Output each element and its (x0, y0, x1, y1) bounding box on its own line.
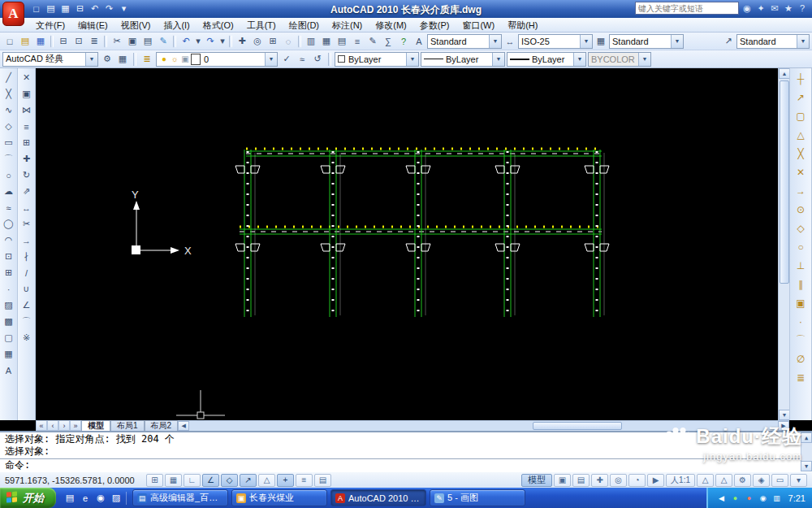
snap-none-icon[interactable]: ∅ (792, 350, 810, 367)
model-space-button[interactable]: 模型 (521, 474, 552, 487)
chevron-down-icon[interactable]: ▼ (797, 35, 809, 48)
color-combo[interactable]: ByLayer ▼ (335, 52, 419, 67)
zoom-previous-icon[interactable]: ◌ (281, 34, 296, 49)
otrack-toggle[interactable]: ↗ (240, 474, 257, 487)
snap-node-icon[interactable]: · (792, 313, 810, 330)
layer-freeze-icon[interactable]: ☼ (170, 54, 179, 65)
extend-icon[interactable]: → (19, 232, 34, 248)
chevron-down-icon[interactable]: ▼ (406, 53, 418, 66)
ie-icon[interactable]: e (79, 492, 92, 505)
prev-tab-button[interactable]: ‹ (47, 420, 58, 431)
menu-edit[interactable]: 编辑(E) (71, 18, 114, 33)
show-motion-icon[interactable]: ▶ (647, 474, 664, 487)
polyline-icon[interactable]: ∿ (1, 102, 16, 118)
chevron-down-icon[interactable]: ▼ (580, 35, 592, 48)
grid-toggle[interactable]: ▦ (165, 474, 182, 487)
start-button[interactable]: 开始 (0, 488, 56, 508)
tab-model[interactable]: 模型 (81, 420, 110, 431)
zoom-realtime-icon[interactable]: ◎ (250, 34, 265, 49)
layer-color-swatch[interactable] (191, 54, 201, 65)
network-tray-icon[interactable]: ▥ (771, 493, 783, 504)
new-icon[interactable]: □ (29, 2, 43, 15)
pan-icon[interactable]: ✚ (235, 34, 249, 49)
properties-icon[interactable]: ▥ (304, 34, 318, 49)
taskbar-window-folder[interactable]: ▣ 长春兴煤业 (231, 489, 327, 506)
dyn-toggle[interactable]: + (277, 474, 294, 487)
dim-style-combo[interactable]: ISO-25 ▼ (518, 34, 593, 49)
construction-line-icon[interactable]: ╳ (1, 86, 16, 102)
break-icon[interactable]: / (19, 265, 34, 280)
qp-toggle[interactable]: ▤ (314, 474, 331, 487)
hide-tray-icons-icon[interactable]: ◀ (716, 493, 728, 504)
cut-icon[interactable]: ✂ (110, 34, 124, 49)
status-menu-icon[interactable]: ▾ (790, 474, 807, 487)
ducs-toggle[interactable]: △ (258, 474, 275, 487)
folder-shortcut-icon[interactable]: ▨ (110, 492, 123, 505)
revision-cloud-icon[interactable]: ☁ (1, 184, 16, 199)
make-object-layer-current-icon[interactable]: ✓ (279, 52, 294, 67)
tab-layout2[interactable]: 布局2 (145, 420, 179, 431)
quick-view-layouts-icon[interactable]: ▣ (554, 474, 571, 487)
chamfer-icon[interactable]: ∠ (19, 297, 34, 313)
menu-parametric[interactable]: 参数(P) (413, 18, 456, 33)
copy-clip-icon[interactable]: ▣ (125, 34, 140, 49)
quick-view-drawings-icon[interactable]: ▤ (572, 474, 590, 487)
layer-lock-icon[interactable]: ▣ (180, 54, 190, 65)
snap-from-icon[interactable]: ↗ (792, 89, 810, 106)
next-tab-button[interactable]: › (58, 420, 70, 431)
zoom-window-icon[interactable]: ⊞ (266, 34, 280, 49)
chevron-down-icon[interactable]: ▼ (85, 53, 97, 66)
horizontal-scroll-thumb[interactable] (533, 422, 622, 430)
pan-tool-icon[interactable]: ✚ (591, 474, 608, 487)
help-icon[interactable]: ? (796, 2, 809, 15)
media-player-icon[interactable]: ◉ (94, 492, 107, 505)
command-scrollbar[interactable]: ▲ ▼ (801, 432, 812, 471)
redo-dropdown-icon[interactable]: ▾ (218, 34, 227, 49)
layer-match-icon[interactable]: ≈ (295, 52, 309, 67)
lineweight-combo[interactable]: ByLayer ▼ (507, 52, 586, 67)
snap-extension-icon[interactable]: → (792, 182, 810, 199)
mtext-icon[interactable]: A (1, 363, 16, 378)
menu-format[interactable]: 格式(O) (197, 18, 240, 33)
designcenter-icon[interactable]: ▦ (319, 34, 334, 49)
last-tab-button[interactable]: » (70, 420, 81, 431)
paste-icon[interactable]: ▤ (140, 34, 155, 49)
annotation-autoscale-icon[interactable]: △ (715, 474, 732, 487)
annotation-scale-button[interactable]: 人1:1 (666, 474, 695, 487)
plot-icon[interactable]: ⊟ (56, 34, 71, 49)
autocad-logo-icon[interactable]: A (2, 2, 24, 26)
menu-help[interactable]: 帮助(H) (501, 18, 544, 33)
snap-nearest-icon[interactable]: ⌒ (792, 332, 810, 349)
snap-tangent-icon[interactable]: ○ (792, 238, 810, 255)
snap-center-icon[interactable]: ⊙ (792, 201, 810, 218)
markup-set-manager-icon[interactable]: ✎ (365, 34, 380, 49)
vertical-scrollbar[interactable]: ▲ ▼ (778, 68, 789, 420)
snap-midpoint-icon[interactable]: △ (792, 126, 810, 143)
scroll-down-icon[interactable]: ▼ (801, 461, 812, 471)
erase-icon[interactable]: ✕ (19, 70, 34, 85)
toolbar-lock-icon[interactable]: ◈ (753, 474, 770, 487)
publish-icon[interactable]: ≣ (87, 34, 102, 49)
text-style-combo[interactable]: Standard ▼ (427, 34, 502, 49)
first-tab-button[interactable]: « (36, 420, 47, 431)
stretch-icon[interactable]: ↔ (19, 200, 34, 215)
scale-icon[interactable]: ⇗ (19, 184, 34, 199)
layer-properties-manager-icon[interactable]: ≣ (140, 52, 154, 67)
workspace-settings-icon[interactable]: ⚙ (100, 52, 114, 67)
match-properties-icon[interactable]: ✎ (156, 34, 171, 49)
move-icon[interactable]: ✚ (19, 151, 34, 167)
ellipse-arc-icon[interactable]: ◠ (1, 232, 16, 248)
taskbar-window-paint-group[interactable]: ✎ 5 - 画图 (430, 489, 525, 506)
snap-parallel-icon[interactable]: ∥ (792, 276, 810, 293)
search-icon[interactable]: ◉ (741, 2, 754, 15)
menu-view[interactable]: 视图(V) (114, 18, 158, 33)
menu-modify[interactable]: 修改(M) (369, 18, 413, 33)
workspace-combo[interactable]: AutoCAD 经典 ▼ (2, 52, 98, 67)
communication-center-icon[interactable]: ✉ (768, 2, 781, 15)
steering-wheel-icon[interactable]: ◔ (628, 474, 646, 487)
break-at-point-icon[interactable]: ∤ (19, 249, 34, 264)
circle-icon[interactable]: ○ (1, 167, 16, 183)
tool-palettes-icon[interactable]: ▤ (335, 34, 349, 49)
save-icon[interactable]: ▦ (58, 2, 72, 15)
line-icon[interactable]: ╱ (1, 70, 16, 85)
